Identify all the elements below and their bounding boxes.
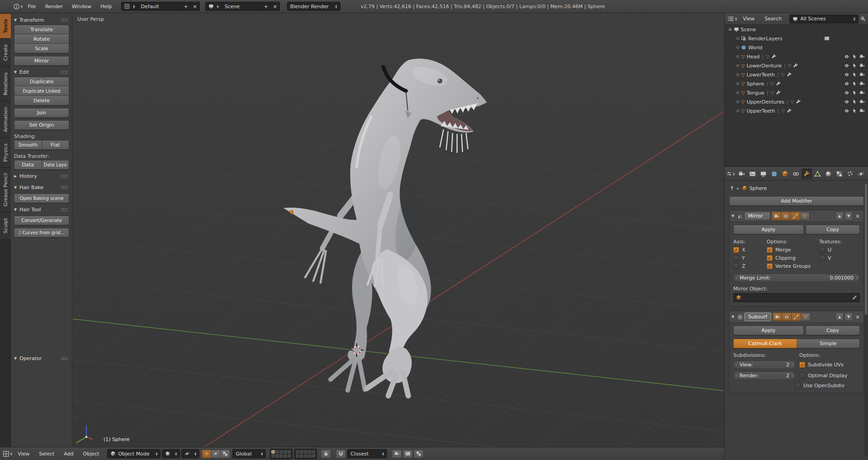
renderability-camera-icon[interactable]	[859, 108, 865, 114]
use-opensubdiv-checkbox[interactable]: Use OpenSubdiv	[795, 383, 860, 389]
layer-cell[interactable]	[271, 450, 275, 454]
visibility-eye-icon[interactable]	[844, 72, 849, 77]
expand-dot[interactable]	[736, 109, 739, 112]
outliner-menu-search[interactable]: Search	[760, 14, 786, 24]
snap-toggle[interactable]	[336, 450, 346, 458]
render-toggle[interactable]	[772, 212, 781, 220]
tab-sculpt[interactable]: Sculpt	[0, 212, 11, 239]
viewport-3d[interactable]: User Persp (1) Sphere	[73, 13, 724, 447]
panel-grip[interactable]	[61, 208, 67, 212]
viewport-canvas[interactable]	[73, 13, 724, 447]
tab-animation[interactable]: Animation	[0, 101, 11, 138]
screen-layout-name[interactable]: Default	[138, 2, 182, 11]
manipulator-translate-toggle[interactable]	[202, 450, 211, 458]
mode-dropdown[interactable]: Object Mode ▲▼	[107, 449, 160, 458]
mirror-button[interactable]: Mirror	[14, 56, 69, 66]
menu-add[interactable]: Add	[60, 448, 77, 459]
selectability-arrow-icon[interactable]	[852, 81, 857, 86]
breadcrumb-object-name[interactable]: Sphere	[750, 185, 767, 191]
properties-scrollbar[interactable]	[864, 183, 868, 457]
move-down-button[interactable]: ▼	[844, 313, 853, 321]
panel-header-transform[interactable]: ▼Transform	[14, 15, 69, 25]
layer-cell[interactable]	[312, 450, 316, 454]
renderability-camera-icon[interactable]	[859, 54, 865, 59]
search-icon[interactable]: 🔍︎	[860, 16, 866, 22]
viewport-shading-dropdown[interactable]: ▲▼	[162, 449, 180, 458]
outliner-row-tongue[interactable]: ▽ Tongue | ▽	[725, 88, 868, 97]
panel-header-edit[interactable]: ▼Edit	[14, 67, 69, 77]
shade-smooth-button[interactable]: Smooth	[14, 140, 42, 150]
renderability-camera-icon[interactable]	[859, 63, 865, 68]
expand-toggle[interactable]: ▼	[731, 315, 736, 319]
layer-cell[interactable]	[308, 450, 311, 454]
expand-toggle[interactable]: ▼	[731, 214, 736, 218]
expand-dot[interactable]	[736, 73, 739, 76]
apply-button[interactable]: Apply	[733, 326, 804, 335]
outliner-row-world[interactable]: World	[725, 43, 868, 52]
particle-point[interactable]	[290, 210, 293, 214]
display-mode-dropdown[interactable]: All Scenes ▲▼	[789, 14, 859, 24]
outliner-menu-view[interactable]: View	[739, 14, 759, 24]
outliner-row-head[interactable]: ▽ Head | ▽	[725, 52, 868, 61]
panel-grip[interactable]	[61, 70, 67, 74]
layer-cell[interactable]	[283, 450, 287, 454]
panel-header-hair-tool[interactable]: ▼Hair Tool	[14, 204, 69, 214]
convert-generate-button[interactable]: Convert/Generate	[14, 216, 69, 225]
modifier-name-field[interactable]: Mirror	[744, 212, 770, 220]
layer-cell[interactable]	[304, 450, 307, 454]
subdivide-uvs-checkbox[interactable]: Subdivide UVs	[799, 362, 844, 368]
render-border-button[interactable]	[414, 450, 424, 458]
selectability-arrow-icon[interactable]	[852, 99, 857, 104]
pivot-point-dropdown[interactable]: ▲▼	[181, 449, 199, 458]
outliner-row-lowerdenture[interactable]: ▽ LowerDenture | ▽	[725, 61, 868, 70]
tab-scene[interactable]	[758, 169, 769, 179]
add-scene-button[interactable]: +	[262, 2, 271, 11]
transform-orientation-dropdown[interactable]: Global▲▼	[232, 449, 266, 458]
delete-button[interactable]: Delete	[14, 96, 69, 105]
menu-view[interactable]: View	[14, 448, 33, 459]
renderability-camera-icon[interactable]	[859, 99, 865, 104]
visibility-eye-icon[interactable]	[844, 108, 849, 114]
layer-cell[interactable]	[308, 454, 311, 458]
delete-scene-button[interactable]: ×	[271, 2, 280, 11]
optimal-display-checkbox[interactable]: Optimal Display	[799, 373, 848, 379]
menu-render[interactable]: Render	[41, 1, 67, 12]
renderability-camera-icon[interactable]	[859, 90, 865, 95]
selectability-arrow-icon[interactable]	[852, 72, 857, 77]
axis-x-checkbox[interactable]: X	[733, 247, 767, 253]
outliner-row-lowerteeth[interactable]: ▽ LowerTeeth | ▽	[725, 70, 868, 79]
layer-cell[interactable]	[279, 454, 283, 458]
mirror-object-field[interactable]	[733, 293, 860, 302]
copy-button[interactable]: Copy	[806, 326, 860, 335]
move-up-button[interactable]: ▲	[835, 212, 844, 220]
catmull-clark-button[interactable]: Catmull-Clark	[733, 339, 797, 348]
copy-button[interactable]: Copy	[806, 225, 860, 234]
layer-cell[interactable]	[279, 450, 283, 454]
scale-button[interactable]: Scale	[14, 44, 69, 53]
tab-physics[interactable]	[856, 169, 866, 179]
pin-icon[interactable]	[729, 185, 735, 191]
tab-tools[interactable]: Tools	[0, 13, 11, 38]
snap-element-dropdown[interactable]: Closest▲▼	[347, 449, 387, 458]
renderability-camera-icon[interactable]	[859, 72, 865, 77]
lock-to-scene-toggle[interactable]	[321, 450, 331, 458]
screen-layout-icon-dropdown[interactable]: ▲▼	[121, 2, 138, 11]
panel-header-operator[interactable]: ▼Operator	[14, 353, 69, 363]
tab-physics[interactable]: Physics	[0, 138, 11, 167]
set-origin-dropdown[interactable]: Set Origin	[14, 120, 69, 130]
tab-object[interactable]	[780, 169, 790, 179]
tab-object-data[interactable]	[812, 169, 823, 179]
render-still-icon[interactable]	[824, 36, 830, 41]
menu-window[interactable]: Window	[68, 1, 95, 12]
editor-type-selector[interactable]: ▲▼	[726, 171, 735, 176]
tab-create[interactable]: Create	[0, 38, 11, 66]
tab-particles[interactable]	[845, 169, 855, 179]
cage-toggle[interactable]	[800, 212, 810, 220]
editmode-toggle[interactable]	[791, 212, 800, 220]
clipping-checkbox[interactable]: Clipping	[767, 255, 819, 261]
tab-texture[interactable]	[834, 169, 844, 179]
expand-dot[interactable]	[736, 37, 739, 40]
move-down-button[interactable]: ▼	[844, 212, 853, 220]
selectability-arrow-icon[interactable]	[852, 90, 857, 95]
expand-dot[interactable]	[736, 55, 739, 58]
